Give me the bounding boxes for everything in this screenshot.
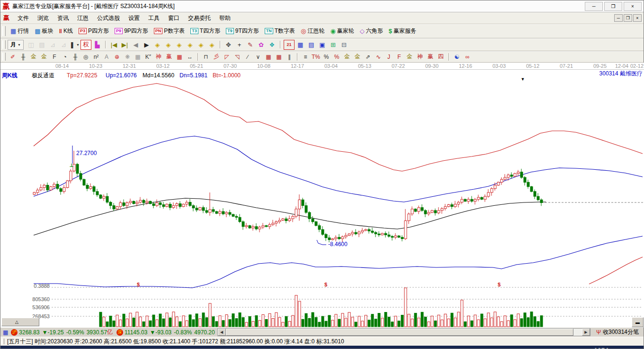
volume-pane-resize-button[interactable]: ▬ xyxy=(632,317,644,327)
kline-button[interactable]: ‖K线 xyxy=(59,27,73,35)
minimize-button[interactable]: ─ xyxy=(585,2,603,11)
angle-knife-icon[interactable]: ⇗ xyxy=(363,53,373,61)
shanghai-index-icon[interactable]: 沪 xyxy=(11,329,18,336)
menu-formula-pick[interactable]: 公式选股 xyxy=(93,14,124,22)
fibonacci-lines-icon[interactable]: F xyxy=(50,53,59,61)
gann-box-icon[interactable]: ⊓ xyxy=(201,53,211,61)
t-number-table-button[interactable]: TNT数字表 xyxy=(265,27,295,35)
t-square-button[interactable]: T3T四方形 xyxy=(190,27,220,35)
shen-grid-icon[interactable]: 神 xyxy=(154,53,163,61)
angle-a-icon[interactable]: A xyxy=(102,53,111,61)
expand-all-diamond-icon[interactable]: ◈ xyxy=(196,40,206,49)
ray-fan-icon[interactable]: 彡 xyxy=(212,53,221,61)
cycle-circle-icon[interactable]: ◎ xyxy=(81,53,90,61)
fan-box-icon[interactable]: ◸ xyxy=(222,53,232,61)
compass-icon[interactable]: ⊕ xyxy=(112,53,122,61)
web-gray-icon[interactable]: ❋ xyxy=(123,53,132,61)
calculator-icon[interactable]: ▦ xyxy=(295,40,305,49)
last-page-icon[interactable]: ▶| xyxy=(120,40,130,49)
percent-red-icon[interactable]: % xyxy=(332,53,341,61)
red-grid2-icon[interactable]: ▦ xyxy=(274,53,284,61)
crosshair-icon[interactable]: + xyxy=(234,40,244,49)
maximize-button[interactable]: ❐ xyxy=(604,2,622,11)
expand-horizontal-diamond-icon[interactable]: ◈ xyxy=(174,40,184,49)
horizontal-scrollbar[interactable]: ◀ ▶ xyxy=(217,328,590,336)
p-number-table-button[interactable]: PNP数字表 xyxy=(154,27,185,35)
trend-lines-icon[interactable]: ∕ xyxy=(243,53,252,61)
scroll-left-arrow[interactable]: ◀ xyxy=(218,329,226,336)
pan-hand-icon[interactable]: ✥ xyxy=(224,40,233,49)
compress-diamond-icon[interactable]: ◈ xyxy=(185,40,195,49)
n-square-icon[interactable]: n² xyxy=(91,53,101,61)
winner-wheel-button[interactable]: ◉赢家轮 xyxy=(330,27,354,35)
golden-band-icon[interactable]: 金 xyxy=(39,53,49,61)
menu-browse[interactable]: 浏览 xyxy=(33,14,53,22)
fit-screen-diamond-icon[interactable]: ◈ xyxy=(207,40,217,49)
wave-grid-icon[interactable]: ∿ xyxy=(374,53,383,61)
grid-gray-icon[interactable]: ▦ xyxy=(133,53,143,61)
prev-bar-icon[interactable]: ◀ xyxy=(131,40,141,49)
notepad-icon[interactable]: ▤ xyxy=(306,40,316,49)
minute-bars-9-icon[interactable]: ⊿ xyxy=(59,40,69,49)
si-angle-icon[interactable]: 四 xyxy=(436,53,446,61)
t9-square-button[interactable]: T99T四方形 xyxy=(226,27,259,35)
k-count-icon[interactable]: K″ xyxy=(143,53,153,61)
mdi-close-button[interactable]: × xyxy=(633,14,642,22)
print-setup-icon[interactable]: ⊟ xyxy=(339,40,349,49)
mdi-restore-button[interactable]: ❐ xyxy=(624,14,632,22)
menu-trading[interactable]: 交易委托 xyxy=(184,14,215,22)
percent-icon[interactable]: % xyxy=(322,53,331,61)
gold-angle-icon[interactable]: 金 xyxy=(405,53,414,61)
f-angle-icon[interactable]: F xyxy=(394,53,404,61)
parallel-lines-icon[interactable]: ∥ xyxy=(285,53,294,61)
candle-style-dropdown[interactable]: ❚▼ xyxy=(70,40,80,49)
menu-file[interactable]: 文件 xyxy=(13,14,33,22)
fan-square-icon[interactable]: ◹ xyxy=(233,53,242,61)
flower-pattern-icon[interactable]: ✿ xyxy=(256,40,266,49)
sector-blocks-button[interactable]: ▩板块 xyxy=(35,27,53,35)
menu-tools[interactable]: 工具 xyxy=(144,14,164,22)
quote-grid-icon[interactable]: ▦ xyxy=(3,329,8,336)
info-page-icon[interactable]: ▤ xyxy=(37,40,47,49)
price-scale-icon[interactable]: ≡ xyxy=(301,53,310,61)
golden-section-icon[interactable]: 金 xyxy=(29,53,38,61)
scrollbar-thumb[interactable] xyxy=(226,329,573,336)
kline-chart-canvas[interactable]: 08-1410-2312-3103-1205-2107-3010-0812-17… xyxy=(0,63,644,329)
taiji-icon[interactable]: ☯ xyxy=(452,53,462,61)
v-wave-icon[interactable]: ∨ xyxy=(253,53,263,61)
scroll-right-arrow[interactable]: ▶ xyxy=(582,329,590,336)
p-square-button[interactable]: P3P四方形 xyxy=(79,27,109,35)
next-bar-icon[interactable]: ▶ xyxy=(142,40,152,49)
win-angle-icon[interactable]: 赢 xyxy=(426,53,435,61)
j-angle-icon[interactable]: J xyxy=(384,53,394,61)
gann-wheel-button[interactable]: ◎江恩轮 xyxy=(301,27,324,35)
menu-gann[interactable]: 江恩 xyxy=(73,14,93,22)
red-grid-icon[interactable]: ▦ xyxy=(264,53,273,61)
chart-export-icon[interactable]: ⊞ xyxy=(328,40,338,49)
price-grid-123-icon[interactable]: ▦ xyxy=(175,53,184,61)
hexagon-button[interactable]: ◇六角形 xyxy=(360,27,383,35)
volume-pane-toggle-button[interactable]: △ xyxy=(1,318,39,326)
menu-window[interactable]: 窗口 xyxy=(164,14,184,22)
mdi-minimize-button[interactable]: ─ xyxy=(614,14,623,22)
win-grid-icon[interactable]: 赢 xyxy=(164,53,174,61)
span-arrow-icon[interactable]: ↔ xyxy=(185,53,195,61)
menu-help[interactable]: 帮助 xyxy=(215,14,235,22)
colored-volume-icon[interactable]: ▙ xyxy=(92,40,102,49)
gold-circle-icon[interactable]: 金 xyxy=(342,53,352,61)
save-icon[interactable]: ▣ xyxy=(317,40,327,49)
shen-angle-icon[interactable]: 神 xyxy=(415,53,425,61)
quote-table-button[interactable]: ▦行情 xyxy=(10,27,29,35)
winner-service-button[interactable]: $赢家服务 xyxy=(389,27,416,35)
network-link-icon[interactable]: ◫ xyxy=(26,40,36,49)
infinity-icon[interactable]: ∞ xyxy=(463,53,472,61)
gann-grid-icon[interactable]: ╫ xyxy=(18,53,28,61)
p9-square-button[interactable]: P99P四方形 xyxy=(115,27,148,35)
spiral-icon[interactable]: ◔ xyxy=(60,53,70,61)
period-month-dropdown[interactable]: 月▼ xyxy=(8,40,24,50)
first-page-icon[interactable]: |◀ xyxy=(109,40,119,49)
menu-news[interactable]: 资讯 xyxy=(53,14,73,22)
percent-t-icon[interactable]: T% xyxy=(311,53,321,61)
butterfly-pattern-icon[interactable]: ❖ xyxy=(267,40,277,49)
close-button[interactable]: × xyxy=(624,2,642,11)
